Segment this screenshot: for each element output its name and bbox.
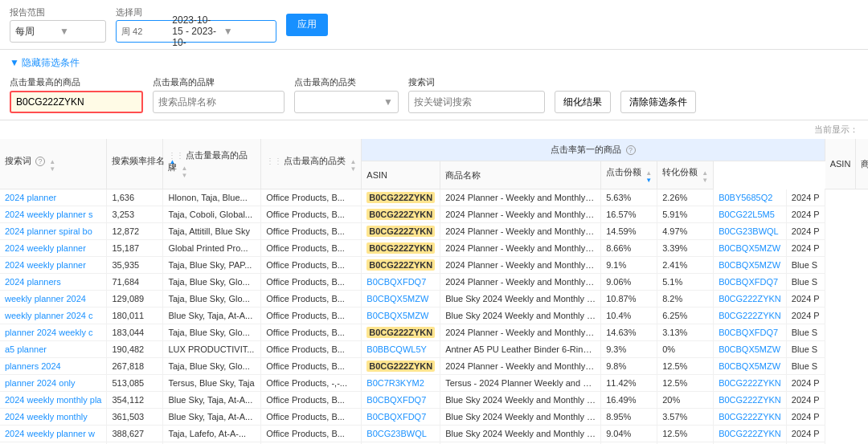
asin-highlight[interactable]: B0CG222ZYKN	[366, 242, 435, 254]
asin2-link[interactable]: B0CG222ZYKN	[719, 412, 781, 422]
asin-link[interactable]: B0BBCQWL5Y	[366, 344, 427, 354]
cell-asin: B0C7R3KYM2	[362, 375, 440, 392]
asin2-link[interactable]: B0CBQX5MZW	[719, 243, 780, 253]
search-term-link[interactable]: 2024 weekly planner	[5, 243, 86, 253]
cell-rank: 354,112	[107, 392, 163, 409]
filter-brand-input[interactable]	[153, 91, 285, 113]
cell-rank: 12,872	[107, 223, 163, 240]
cell-asin: B0CG222ZYKN	[362, 189, 440, 206]
table-row: 2024 weekly monthly pla 354,112 Blue Sky…	[0, 392, 868, 409]
asin-link[interactable]: B0CBQX5MZW	[366, 294, 428, 303]
category-sort-icon[interactable]: ▲▼	[350, 158, 356, 173]
asin2-link[interactable]: B0CBQXFDQ7	[719, 277, 778, 287]
asin2-link[interactable]: B0CG222ZYKN	[719, 311, 781, 320]
search-term-link[interactable]: planners 2024	[5, 361, 61, 371]
search-term-link[interactable]: 2024 planner	[5, 193, 56, 202]
table-row: weekly planner 2024 129,089 Taja, Blue S…	[0, 291, 868, 308]
cell-asin: B0CG222ZYKN	[362, 358, 440, 375]
cell-convert-share: 8.2%	[657, 291, 714, 308]
brand-sort-icon[interactable]: ▲▼	[182, 165, 188, 179]
search-term-link[interactable]: weekly planner 2024	[5, 294, 86, 303]
asin2-link[interactable]: B0CG222ZYKN	[719, 378, 781, 388]
asin-highlight[interactable]: B0CG222ZYKN	[366, 360, 435, 372]
search-term-sort-icon[interactable]: ▲▼	[49, 158, 55, 173]
apply-button[interactable]: 应用	[286, 14, 328, 36]
search-term-link[interactable]: a5 planner	[5, 344, 47, 354]
search-term-link[interactable]: 2024 planner spiral bo	[5, 226, 92, 236]
cell-asin2: B0CBQX5MZW	[714, 257, 787, 274]
cell-convert-share: 2.26%	[657, 189, 714, 206]
table-row: 2024 weekly planner w 388,627 Taja, Lafe…	[0, 426, 868, 442]
search-term-info-icon[interactable]: ?	[35, 157, 45, 166]
group-header-info-icon[interactable]: ?	[626, 145, 636, 155]
asin-link[interactable]: B0CBQXFDQ7	[366, 277, 426, 287]
search-term-link[interactable]: 2024 weekly planner w	[5, 429, 95, 438]
filter-product-label: 点击量最高的商品	[10, 76, 143, 88]
asin-highlight[interactable]: B0CG222ZYKN	[366, 226, 435, 237]
asin-link[interactable]: B0CBQX5MZW	[366, 311, 428, 320]
search-term-link[interactable]: planner 2024 weekly c	[5, 328, 92, 337]
cell-convert-share: 12.5%	[657, 426, 714, 442]
asin-link[interactable]: B0CBQXFDQ7	[366, 412, 426, 422]
cell-asin: B0CG23BWQL	[362, 426, 440, 442]
filter-category-select[interactable]: ▼	[294, 91, 399, 113]
cell-asin: B0CBQXFDQ7	[362, 274, 440, 291]
search-term-link[interactable]: 2024 weekly monthly pla	[5, 395, 101, 405]
table-row: 2024 weekly monthly 361,503 Blue Sky, Ta…	[0, 409, 868, 426]
clear-filter-button[interactable]: 清除筛选条件	[620, 91, 696, 113]
search-term-link[interactable]: 2024 weekly monthly	[5, 412, 88, 422]
asin-highlight[interactable]: B0CG222ZYKN	[366, 259, 435, 271]
search-term-link[interactable]: 2024 planners	[5, 277, 61, 287]
date-range-select[interactable]: 周 42 2023-10-15 - 2023-10- ▼	[116, 20, 276, 43]
cell-brand: Taja, Attitill, Blue Sky	[163, 223, 261, 240]
cell-brand: LUX PRODUCTIVIT...	[163, 341, 261, 358]
asin-highlight[interactable]: B0CG222ZYKN	[366, 192, 435, 203]
click-share-sort-icon[interactable]: ▲▼	[645, 169, 652, 184]
asin2-link[interactable]: B0CG22L5M5	[719, 210, 775, 219]
date-range-value: 2023-10-15 - 2023-10-	[172, 14, 219, 48]
cell-category: Office Products, B...	[261, 358, 362, 375]
asin-highlight[interactable]: B0CG222ZYKN	[366, 327, 435, 338]
asin-link[interactable]: B0CG23BWQL	[366, 429, 427, 438]
search-term-link[interactable]: 2024 weekly planner s	[5, 210, 92, 219]
filter-keyword-input[interactable]	[408, 91, 545, 113]
filter-category-arrow-icon: ▼	[383, 96, 393, 108]
cell-click-share: 5.63%	[601, 189, 657, 206]
frequency-select[interactable]: 每周 ▼	[10, 20, 106, 43]
cell-asin2: B0CG222ZYKN	[714, 291, 787, 308]
asin-link[interactable]: B0C7R3KYM2	[366, 378, 424, 388]
asin2-link[interactable]: B0CG23BWQL	[719, 226, 779, 236]
cell-click-share: 14.59%	[601, 223, 657, 240]
cell-category: Office Products, -,-...	[261, 375, 362, 392]
asin2-link[interactable]: B0CG222ZYKN	[719, 294, 781, 303]
frequency-arrow-icon: ▼	[59, 26, 100, 37]
refine-button[interactable]: 细化结果	[555, 91, 611, 113]
cell-asin2: B0CG222ZYKN	[714, 375, 787, 392]
cell-convert-share: 0%	[657, 341, 714, 358]
cell-asin2: B0CBQXFDQ7	[714, 324, 787, 341]
cell-click-share: 9.8%	[601, 358, 657, 375]
asin2-link[interactable]: B0CG222ZYKN	[719, 395, 781, 405]
cell-category: Office Products, B...	[261, 324, 362, 341]
convert-share-sort-icon[interactable]: ▲▼	[702, 169, 708, 184]
filter-product-input[interactable]	[10, 91, 143, 113]
asin2-link[interactable]: B0CG222ZYKN	[719, 429, 781, 438]
cell-search-term: 2024 weekly planner w	[0, 426, 107, 442]
asin2-link[interactable]: B0CBQX5MZW	[719, 361, 780, 371]
cell-category: Office Products, B...	[261, 274, 362, 291]
search-term-link[interactable]: 2024 weekly planner	[5, 260, 86, 270]
asin-highlight[interactable]: B0CG222ZYKN	[366, 209, 435, 220]
asin2-link[interactable]: B0CBQX5MZW	[719, 260, 780, 270]
search-term-link[interactable]: planner 2024 only	[5, 378, 75, 388]
filter-toggle[interactable]: ▼ 隐藏筛选条件	[10, 56, 858, 70]
data-table-container[interactable]: 搜索词 ? ▲▼ 搜索频率排名 ▲▼ ⋮⋮点击量最高的品牌 ▲▼ ⋮⋮点击最高的…	[0, 139, 868, 444]
cell-search-term: 2024 planners	[0, 274, 107, 291]
cell-product-name: 2024 Planner - Weekly and Monthly Planne…	[440, 240, 601, 257]
asin2-link[interactable]: B0BY5685Q2	[719, 193, 772, 202]
asin2-link[interactable]: B0CBQX5MZW	[719, 344, 780, 354]
asin2-link[interactable]: B0CBQXFDQ7	[719, 328, 778, 337]
asin-link[interactable]: B0CBQXFDQ7	[366, 395, 426, 405]
th-click-share: 点击份额 ▲▼	[601, 161, 657, 189]
search-term-link[interactable]: weekly planner 2024 c	[5, 311, 92, 320]
cell-category: Office Products, B...	[261, 392, 362, 409]
